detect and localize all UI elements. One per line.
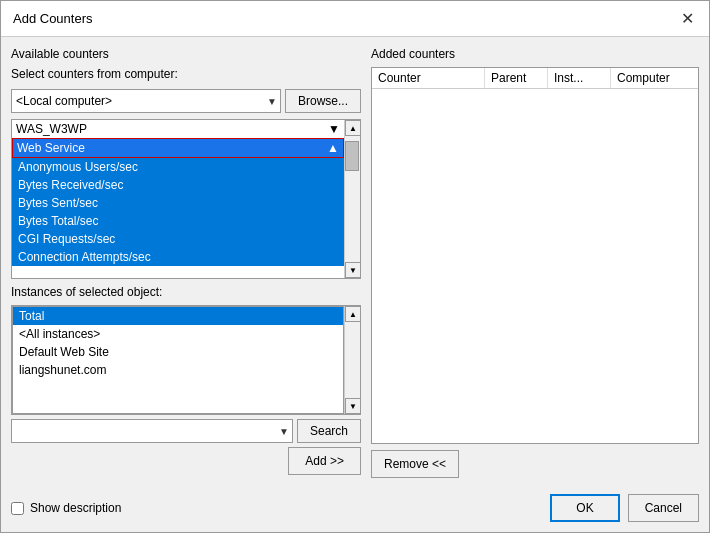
counter-list-container: WAS_W3WP ▼ Web Service ▲ Anonymous Users… bbox=[11, 119, 361, 279]
counter-item-connection[interactable]: Connection Attempts/sec bbox=[12, 248, 344, 266]
instance-total[interactable]: Total bbox=[13, 307, 343, 325]
scroll-track bbox=[345, 136, 360, 262]
counter-group-webservice-arrow: ▲ bbox=[327, 141, 339, 155]
ok-button[interactable]: OK bbox=[550, 494, 619, 522]
counter-list-scrollbar[interactable]: ▲ ▼ bbox=[344, 120, 360, 278]
counter-group-was[interactable]: WAS_W3WP ▼ bbox=[12, 120, 344, 138]
computer-row: <Local computer> ▼ Browse... bbox=[11, 89, 361, 113]
right-panel: Added counters Counter Parent Inst... Co… bbox=[371, 47, 699, 478]
remove-row: Remove << bbox=[371, 450, 699, 478]
instance-default[interactable]: Default Web Site bbox=[13, 343, 343, 361]
instances-container: Total <All instances> Default Web Site l… bbox=[11, 305, 361, 415]
counter-group-was-label: WAS_W3WP bbox=[16, 122, 87, 136]
added-counters-label: Added counters bbox=[371, 47, 699, 61]
show-description-row: Show description bbox=[11, 501, 121, 515]
show-description-label: Show description bbox=[30, 501, 121, 515]
bottom-row: Show description OK Cancel bbox=[1, 488, 709, 532]
inst-scroll-up[interactable]: ▲ bbox=[345, 306, 361, 322]
table-header: Counter Parent Inst... Computer bbox=[372, 68, 698, 89]
counter-list: WAS_W3WP ▼ Web Service ▲ Anonymous Users… bbox=[12, 120, 344, 278]
dialog-body: Available counters Select counters from … bbox=[1, 37, 709, 488]
cancel-button[interactable]: Cancel bbox=[628, 494, 699, 522]
counter-item-bytes-received[interactable]: Bytes Received/sec bbox=[12, 176, 344, 194]
search-select-wrapper: ▼ bbox=[11, 419, 293, 443]
counter-item-cgi[interactable]: CGI Requests/sec bbox=[12, 230, 344, 248]
counter-group-webservice[interactable]: Web Service ▲ bbox=[12, 138, 344, 158]
counter-item-anon[interactable]: Anonymous Users/sec bbox=[12, 158, 344, 176]
add-row: Add >> bbox=[11, 447, 361, 475]
instances-section: Instances of selected object: Total <All… bbox=[11, 285, 361, 475]
col-counter: Counter bbox=[372, 68, 485, 88]
col-parent: Parent bbox=[485, 68, 548, 88]
search-select[interactable] bbox=[11, 419, 293, 443]
col-inst: Inst... bbox=[548, 68, 611, 88]
inst-scroll-track bbox=[345, 322, 360, 398]
computer-select-wrapper: <Local computer> ▼ bbox=[11, 89, 281, 113]
counter-item-bytes-sent[interactable]: Bytes Sent/sec bbox=[12, 194, 344, 212]
scroll-thumb bbox=[345, 141, 359, 171]
inst-scroll-down[interactable]: ▼ bbox=[345, 398, 361, 414]
show-description-checkbox[interactable] bbox=[11, 502, 24, 515]
browse-button[interactable]: Browse... bbox=[285, 89, 361, 113]
counter-list-inner: WAS_W3WP ▼ Web Service ▲ Anonymous Users… bbox=[12, 120, 344, 278]
remove-button[interactable]: Remove << bbox=[371, 450, 459, 478]
instances-list: Total <All instances> Default Web Site l… bbox=[12, 306, 344, 414]
left-panel: Available counters Select counters from … bbox=[11, 47, 361, 478]
scroll-down-btn[interactable]: ▼ bbox=[345, 262, 361, 278]
col-computer: Computer bbox=[611, 68, 698, 88]
scroll-up-btn[interactable]: ▲ bbox=[345, 120, 361, 136]
add-counters-dialog: Add Counters ✕ Available counters Select… bbox=[0, 0, 710, 533]
counter-item-bytes-total[interactable]: Bytes Total/sec bbox=[12, 212, 344, 230]
instance-all[interactable]: <All instances> bbox=[13, 325, 343, 343]
bottom-buttons: OK Cancel bbox=[550, 494, 699, 522]
add-button[interactable]: Add >> bbox=[288, 447, 361, 475]
search-button[interactable]: Search bbox=[297, 419, 361, 443]
instances-scrollbar[interactable]: ▲ ▼ bbox=[344, 306, 360, 414]
available-counters-label: Available counters bbox=[11, 47, 361, 61]
counter-group-webservice-label: Web Service bbox=[17, 141, 85, 155]
computer-select-label: Select counters from computer: bbox=[11, 67, 361, 81]
counter-group-was-arrow: ▼ bbox=[328, 122, 340, 136]
added-counters-table: Counter Parent Inst... Computer bbox=[371, 67, 699, 444]
close-button[interactable]: ✕ bbox=[677, 9, 697, 29]
title-bar: Add Counters ✕ bbox=[1, 1, 709, 37]
computer-select[interactable]: <Local computer> bbox=[11, 89, 281, 113]
instances-list-inner: Total <All instances> Default Web Site l… bbox=[12, 306, 344, 414]
search-row: ▼ Search bbox=[11, 419, 361, 443]
dialog-title: Add Counters bbox=[13, 11, 93, 26]
instance-liangshunet[interactable]: liangshunet.com bbox=[13, 361, 343, 379]
instances-label: Instances of selected object: bbox=[11, 285, 361, 299]
